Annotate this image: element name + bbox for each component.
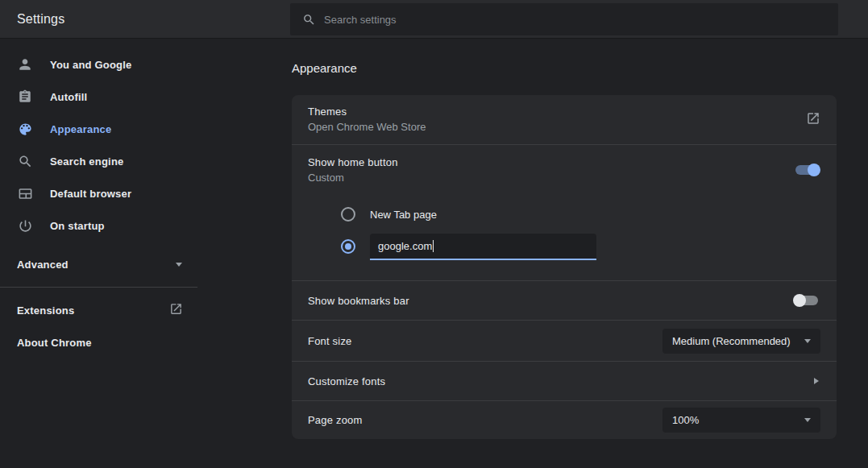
toggle-thumb [793,294,806,307]
font-size-select[interactable]: Medium (Recommended) [662,329,820,354]
page-zoom-row: Page zoom 100% [292,401,837,439]
sidebar-item-about-chrome[interactable]: About Chrome [0,326,197,358]
advanced-label: Advanced [17,259,69,271]
font-size-value: Medium (Recommended) [672,335,791,347]
show-home-button-subtitle: Custom [308,172,398,184]
open-in-new-icon [806,111,820,128]
customize-fonts-title: Customize fonts [308,375,385,387]
sidebar-item-on-startup[interactable]: On startup [0,209,197,242]
search-settings-field[interactable] [290,3,838,35]
sidebar-item-appearance[interactable]: Appearance [0,113,197,145]
sidebar-item-label: You and Google [50,59,132,71]
sidebar-divider [0,287,197,288]
font-size-row: Font size Medium (Recommended) [292,321,837,361]
sidebar-item-label: Autofill [50,91,87,103]
browser-window-icon [17,185,33,201]
chevron-down-icon [804,418,811,422]
appearance-settings-panel: Appearance Themes Open Chrome Web Store … [292,39,837,439]
sidebar-item-autofill[interactable]: Autofill [0,81,197,113]
sidebar-item-label: Default browser [50,188,131,200]
page-zoom-title: Page zoom [308,414,363,426]
show-home-button-toggle[interactable] [793,164,820,176]
palette-icon [17,121,33,137]
page-zoom-select[interactable]: 100% [662,408,820,433]
chevron-down-icon [176,263,182,267]
custom-url-option[interactable]: google.com [308,230,820,263]
top-bar: Settings [0,0,868,39]
person-icon [17,56,33,72]
search-engine-icon [17,153,33,169]
page-zoom-value: 100% [672,414,699,426]
sidebar-item-extensions[interactable]: Extensions [0,294,197,326]
show-bookmarks-bar-row[interactable]: Show bookmarks bar [292,281,837,320]
themes-title: Themes [308,106,426,118]
sidebar-item-label: Appearance [50,123,111,135]
radio-unselected-icon[interactable] [341,207,355,222]
sidebar-item-you-and-google[interactable]: You and Google [0,48,197,81]
new-tab-page-label: New Tab page [370,209,437,221]
new-tab-page-option[interactable]: New Tab page [308,198,820,230]
extensions-label: Extensions [17,304,74,317]
chevron-right-icon [814,378,819,384]
homepage-url-value: google.com [378,240,432,252]
chevron-down-icon [804,339,811,343]
text-cursor [433,240,434,252]
search-icon [302,13,316,27]
settings-sidebar: You and Google Autofill Appearance Searc… [0,39,290,439]
themes-row[interactable]: Themes Open Chrome Web Store [292,95,837,144]
homepage-url-input[interactable]: google.com [370,234,596,260]
sidebar-item-label: Search engine [50,155,123,168]
show-bookmarks-bar-toggle[interactable] [793,294,820,307]
show-home-button-section: Show home button Custom New Tab page [292,145,837,280]
sidebar-advanced-expander[interactable]: Advanced [0,248,197,280]
toggle-thumb [808,164,820,176]
font-size-title: Font size [308,335,352,347]
appearance-card: Themes Open Chrome Web Store Show home b… [292,95,837,439]
page-title: Settings [17,12,64,27]
show-bookmarks-bar-title: Show bookmarks bar [308,295,409,307]
search-input[interactable] [324,14,775,26]
section-title: Appearance [292,61,837,76]
sidebar-item-search-engine[interactable]: Search engine [0,145,197,177]
sidebar-item-label: On startup [50,220,105,232]
power-icon [17,217,33,234]
about-chrome-label: About Chrome [17,337,92,349]
autofill-clipboard-icon [17,89,33,105]
radio-selected-icon[interactable] [341,239,355,254]
themes-subtitle: Open Chrome Web Store [308,121,426,133]
home-page-radio-group: New Tab page google.com [308,198,820,263]
open-in-new-icon [169,302,183,318]
sidebar-item-default-browser[interactable]: Default browser [0,177,197,209]
customize-fonts-row[interactable]: Customize fonts [292,362,837,400]
show-home-button-title: Show home button [308,156,398,168]
